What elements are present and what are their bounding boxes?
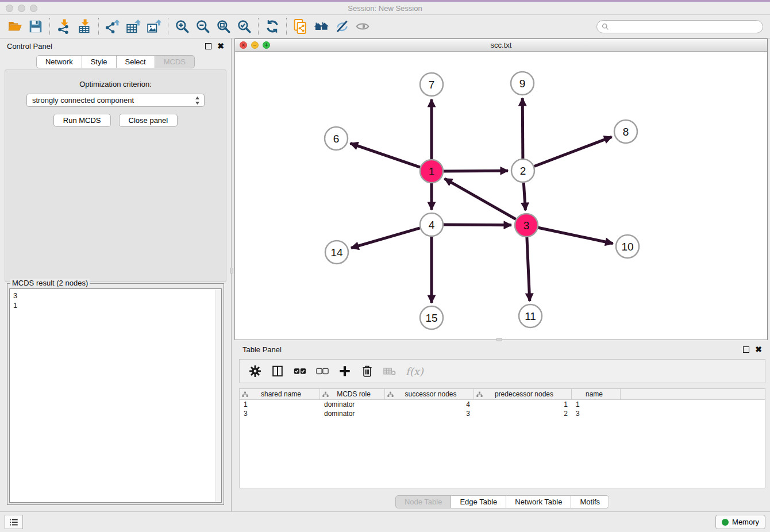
export-table-button[interactable] — [123, 17, 144, 36]
cell-mcds-role[interactable]: dominator — [320, 400, 385, 409]
cell-predecessor-nodes[interactable]: 1 — [474, 400, 572, 409]
import-network-button[interactable] — [53, 17, 74, 36]
network-frame-title: scc.txt — [491, 41, 512, 49]
close-panel-icon[interactable]: ✖ — [217, 43, 224, 49]
import-table-button[interactable] — [74, 17, 95, 36]
graph-edge-3-11[interactable] — [527, 237, 530, 301]
table-row[interactable]: 3dominator323 — [240, 409, 765, 418]
memory-button[interactable]: Memory — [715, 515, 765, 529]
graph-node-3[interactable]: 3 — [515, 214, 538, 237]
tab-select[interactable]: Select — [116, 55, 155, 68]
zoom-fit-icon — [216, 19, 231, 34]
frame-maximize-button[interactable]: + — [263, 41, 270, 49]
function-builder-button[interactable]: f(x) — [406, 365, 424, 377]
delete-table-button[interactable] — [383, 365, 396, 377]
unselect-all-columns-button[interactable] — [316, 365, 329, 377]
cell-name[interactable]: 3 — [572, 409, 621, 418]
cell-shared-name[interactable]: 3 — [240, 409, 320, 418]
list-icon — [9, 517, 19, 527]
show-columns-button[interactable] — [271, 365, 284, 377]
toggle-graphics-details-button[interactable] — [332, 17, 352, 36]
tab-edge-table[interactable]: Edge Table — [451, 495, 506, 508]
show-hide-button[interactable] — [352, 17, 373, 36]
tab-motifs[interactable]: Motifs — [571, 495, 609, 508]
float-table-panel-icon[interactable] — [743, 346, 749, 353]
graph-edge-1-6[interactable] — [351, 143, 421, 167]
result-scrollbar[interactable] — [215, 290, 221, 502]
horizontal-splitter-handle[interactable] — [496, 338, 502, 341]
tab-style[interactable]: Style — [82, 55, 117, 68]
cell-shared-name[interactable]: 1 — [240, 400, 320, 409]
graph-edge-4-14[interactable] — [351, 228, 420, 248]
graph-node-4[interactable]: 4 — [420, 213, 443, 236]
search-box[interactable] — [596, 20, 763, 33]
frame-minimize-button[interactable]: − — [251, 41, 259, 49]
graph-edge-2-3[interactable] — [523, 183, 525, 210]
mcds-result-text[interactable]: 31 — [9, 288, 222, 503]
node-label: 7 — [429, 79, 435, 91]
network-frame-titlebar[interactable]: × − + scc.txt — [235, 39, 767, 52]
graph-edge-4-3[interactable] — [444, 225, 511, 225]
select-all-columns-icon — [294, 365, 306, 377]
graph-node-8[interactable]: 8 — [614, 120, 637, 143]
close-panel-button[interactable]: Close panel — [119, 114, 178, 127]
home-view-button[interactable] — [311, 17, 332, 36]
zoom-in-button[interactable] — [172, 17, 192, 36]
zoom-fit-button[interactable] — [213, 17, 234, 36]
search-input[interactable] — [612, 22, 758, 30]
graph-node-7[interactable]: 7 — [420, 73, 443, 96]
graph-edge-3-10[interactable] — [538, 228, 613, 243]
vertical-splitter-handle[interactable] — [230, 268, 233, 273]
refresh-layout-button[interactable] — [262, 17, 283, 36]
column-header-predecessor-nodes[interactable]: predecessor nodes — [474, 389, 572, 399]
column-header-mcds-role[interactable]: MCDS role — [320, 389, 385, 399]
graph-node-15[interactable]: 15 — [420, 306, 443, 329]
tab-network[interactable]: Network — [36, 55, 82, 68]
select-all-columns-button[interactable] — [294, 365, 306, 377]
column-header-label: shared name — [248, 390, 319, 398]
tab-node-table[interactable]: Node Table — [395, 495, 452, 508]
cell-successor-nodes[interactable]: 4 — [385, 400, 474, 409]
macos-titlebar: Session: New Session — [0, 0, 770, 15]
graph-node-6[interactable]: 6 — [325, 127, 348, 150]
graph-node-1[interactable]: 1 — [420, 160, 443, 183]
column-header-shared-name[interactable]: shared name — [240, 389, 320, 399]
task-history-button[interactable] — [5, 515, 23, 529]
graph-node-10[interactable]: 10 — [616, 235, 639, 258]
node-table[interactable]: shared nameMCDS rolesuccessor nodesprede… — [239, 388, 765, 488]
cell-predecessor-nodes[interactable]: 2 — [474, 409, 572, 418]
delete-column-button[interactable] — [361, 365, 374, 377]
open-session-button[interactable] — [5, 17, 25, 36]
graph-edge-1-2[interactable] — [444, 171, 508, 171]
duplicate-network-button[interactable] — [290, 17, 311, 36]
graph-node-11[interactable]: 11 — [519, 304, 542, 327]
graph-edge-3-1[interactable] — [445, 179, 516, 219]
graph-node-14[interactable]: 14 — [325, 241, 348, 264]
tab-mcds[interactable]: MCDS — [155, 55, 195, 68]
save-session-button[interactable] — [25, 17, 46, 36]
control-panel-tabs: NetworkStyleSelectMCDS — [0, 55, 231, 68]
cell-name[interactable]: 1 — [572, 400, 621, 409]
graph-edge-2-8[interactable] — [534, 137, 612, 166]
cell-mcds-role[interactable]: dominator — [320, 409, 385, 418]
network-canvas[interactable]: 7968124314101511 — [235, 52, 767, 340]
table-row[interactable]: 1dominator411 — [240, 400, 765, 409]
graph-node-9[interactable]: 9 — [511, 72, 534, 95]
graph-node-2[interactable]: 2 — [511, 159, 534, 182]
cell-successor-nodes[interactable]: 3 — [385, 409, 474, 418]
tab-network-table[interactable]: Network Table — [506, 495, 571, 508]
zoom-selected-button[interactable] — [234, 17, 255, 36]
column-settings-button[interactable] — [249, 365, 261, 377]
criterion-dropdown[interactable]: strongly connected component — [26, 94, 205, 107]
export-image-button[interactable] — [144, 17, 164, 36]
run-mcds-button[interactable]: Run MCDS — [53, 114, 111, 127]
graph-edge-2-9[interactable] — [522, 98, 523, 159]
add-column-button[interactable] — [338, 365, 351, 377]
frame-close-button[interactable]: × — [240, 41, 247, 49]
zoom-out-button[interactable] — [192, 17, 213, 36]
column-header-successor-nodes[interactable]: successor nodes — [385, 389, 474, 399]
column-header-name[interactable]: name — [572, 389, 621, 399]
export-network-button[interactable] — [102, 17, 123, 36]
close-table-panel-icon[interactable]: ✖ — [755, 346, 762, 353]
float-panel-icon[interactable] — [205, 43, 211, 49]
